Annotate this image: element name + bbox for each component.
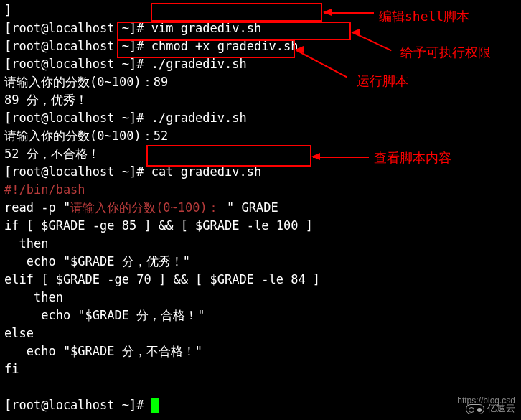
terminal-line: then [4,289,521,307]
arrow-head-icon [323,9,332,16]
terminal-line: read -p "请输入你的分数(0~100)： " GRADE [4,199,521,217]
terminal-line: elif [ $GRADE -ge 70 ] && [ $GRADE -le 8… [4,271,521,289]
terminal-line: if [ $GRADE -ge 85 ] && [ $GRADE -le 100… [4,217,521,235]
watermark-brand: 亿速云 [466,399,515,417]
terminal-line: else [4,325,521,342]
annotation-label: 查看脚本内容 [374,149,451,167]
terminal-line: then [4,235,521,253]
terminal-line: [root@localhost ~]# ./gradediv.sh [4,109,521,127]
terminal-line: echo "$GRADE 分，优秀！" [4,253,521,271]
arrow-head-icon [351,29,360,36]
terminal-line [4,378,521,396]
arrow-head-icon [295,46,304,53]
terminal-line: 89 分，优秀！ [4,91,521,109]
annotation-label: 运行脚本 [357,72,408,90]
terminal-line: echo "$GRADE 分，不合格！" [4,342,521,360]
terminal-line: 请输入你的分数(0~100)：52 [4,127,521,145]
cloud-logo-icon [466,404,484,414]
arrow-head-icon [311,153,320,160]
annotation-label: 编辑shell脚本 [379,7,469,25]
arrow-line-icon [313,157,369,158]
terminal-prompt-line[interactable]: [root@localhost ~]# [4,396,521,414]
annotation-label: 给予可执行权限 [400,43,491,61]
terminal-line: fi [4,360,521,378]
cursor-icon [151,398,159,413]
terminal-line: echo "$GRADE 分，合格！" [4,307,521,325]
terminal-line: #!/bin/bash [4,181,521,199]
terminal-line: 请输入你的分数(0~100)：89 [4,73,521,91]
